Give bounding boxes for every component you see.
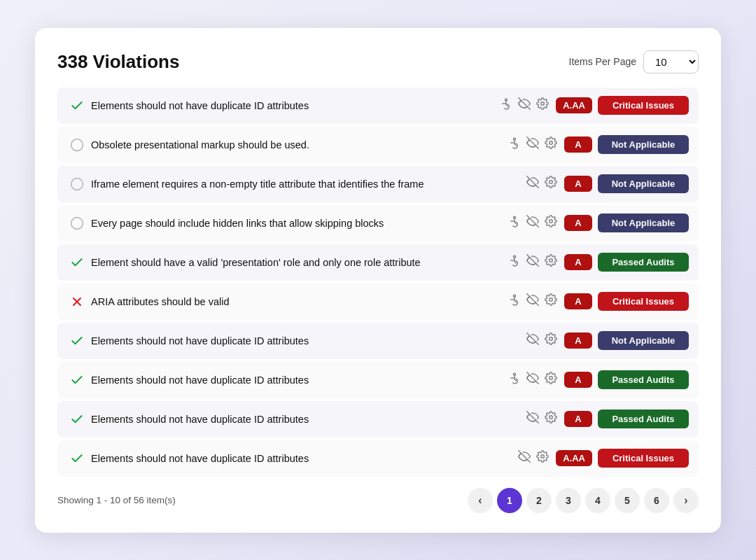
wheelchair-icon [508, 136, 521, 153]
row-icons [508, 215, 557, 231]
svg-point-26 [550, 298, 553, 302]
row-icons [508, 293, 557, 309]
level-badge: A [564, 176, 592, 192]
row-icons [508, 254, 557, 270]
svg-point-12 [71, 217, 83, 229]
row-text: Elements should not have duplicate ID at… [87, 453, 518, 464]
wheelchair-icon [508, 372, 521, 388]
no-eye-icon [518, 450, 531, 466]
level-badge: A [564, 372, 592, 388]
status-icon-fail [67, 295, 87, 309]
status-icon-pass [67, 255, 87, 270]
table-row: Obsolete presentational markup should be… [57, 127, 699, 163]
status-badge: Critical Issues [598, 292, 689, 311]
status-icon-pass [67, 451, 87, 465]
wheelchair-icon [500, 97, 512, 113]
row-text: Element should have a valid 'presentatio… [87, 257, 508, 268]
row-icons [526, 176, 557, 192]
table-row: Elements should not have duplicate ID at… [57, 362, 699, 398]
row-text: Elements should not have duplicate ID at… [87, 335, 526, 346]
row-text: Every page should include hidden links t… [87, 218, 508, 229]
svg-point-16 [550, 220, 553, 223]
table-row: Element should have a valid 'presentatio… [57, 244, 699, 281]
page-btn-6[interactable]: 6 [644, 488, 669, 513]
status-badge: Critical Issues [598, 449, 689, 468]
row-icons [500, 97, 549, 113]
table-row: Elements should not have duplicate ID at… [57, 88, 699, 124]
gear-icon [545, 176, 557, 192]
row-text: Elements should not have duplicate ID at… [87, 100, 500, 111]
no-eye-icon [526, 411, 539, 427]
svg-point-4 [71, 139, 83, 150]
status-badge: Not Applicable [598, 174, 689, 193]
status-icon-pass [67, 99, 87, 113]
svg-point-36 [541, 455, 545, 458]
status-icon-pass [67, 412, 87, 426]
level-badge: A.AA [556, 450, 592, 466]
row-icons [518, 450, 549, 466]
level-badge: A [564, 293, 592, 309]
pagination-prev[interactable]: ‹ [468, 488, 493, 513]
no-eye-icon [526, 254, 539, 270]
status-badge: Not Applicable [598, 135, 689, 154]
svg-point-9 [71, 178, 83, 190]
level-badge: A [564, 332, 592, 349]
table-row: Iframe element requires a non-empty titl… [57, 166, 699, 202]
items-per-page-label: Items Per Page [569, 56, 637, 67]
status-badge: Critical Issues [598, 96, 689, 115]
gear-icon [545, 332, 557, 349]
page-btn-3[interactable]: 3 [556, 488, 581, 513]
gear-icon [545, 254, 557, 270]
svg-point-34 [550, 416, 553, 419]
page-btn-5[interactable]: 5 [615, 488, 640, 513]
pagination: ‹123456› [468, 488, 699, 513]
row-icons [526, 332, 557, 349]
svg-point-32 [550, 377, 553, 380]
level-badge: A.AA [556, 97, 592, 113]
svg-point-8 [550, 141, 553, 145]
wheelchair-icon [508, 215, 521, 231]
gear-icon [545, 411, 557, 427]
no-eye-icon [526, 332, 539, 349]
gear-icon [536, 450, 549, 466]
page-btn-2[interactable]: 2 [526, 488, 552, 513]
status-badge: Not Applicable [598, 214, 689, 232]
row-text: Iframe element requires a non-empty titl… [87, 178, 526, 190]
gear-icon [545, 136, 557, 153]
status-badge: Not Applicable [598, 331, 689, 350]
table-row: Elements should not have duplicate ID at… [57, 401, 699, 438]
no-eye-icon [518, 97, 531, 113]
card-header: 338 Violations Items Per Page 10 25 50 [57, 50, 699, 74]
pagination-next[interactable]: › [673, 488, 699, 513]
gear-icon [545, 372, 557, 388]
no-eye-icon [526, 293, 539, 309]
no-eye-icon [526, 372, 539, 388]
svg-point-20 [550, 259, 553, 262]
row-text: ARIA attributes should be valid [87, 296, 508, 307]
row-icons [526, 411, 557, 427]
table-row: Every page should include hidden links t… [57, 205, 699, 241]
status-icon-pass [67, 334, 87, 348]
level-badge: A [564, 254, 592, 270]
table-footer: Showing 1 - 10 of 56 item(s) ‹123456› [57, 488, 699, 513]
row-icons [508, 136, 557, 153]
status-icon-na [67, 216, 87, 230]
table-row: Elements should not have duplicate ID at… [57, 323, 699, 359]
status-badge: Passed Audits [598, 253, 689, 272]
status-badge: Passed Audits [598, 410, 689, 428]
items-per-page-select[interactable]: 10 25 50 [643, 50, 699, 74]
violations-card: 338 Violations Items Per Page 10 25 50 E… [35, 28, 721, 533]
gear-icon [545, 293, 557, 309]
no-eye-icon [526, 136, 539, 153]
wheelchair-icon [508, 254, 521, 270]
table-row: Elements should not have duplicate ID at… [57, 440, 699, 477]
status-icon-na [67, 138, 87, 152]
level-badge: A [564, 215, 592, 231]
page-btn-4[interactable]: 4 [585, 488, 610, 513]
svg-point-11 [550, 181, 553, 184]
status-icon-na [67, 177, 87, 191]
items-per-page-container: Items Per Page 10 25 50 [569, 50, 699, 74]
wheelchair-icon [508, 293, 521, 309]
page-btn-1[interactable]: 1 [497, 488, 522, 513]
status-icon-pass [67, 373, 87, 387]
